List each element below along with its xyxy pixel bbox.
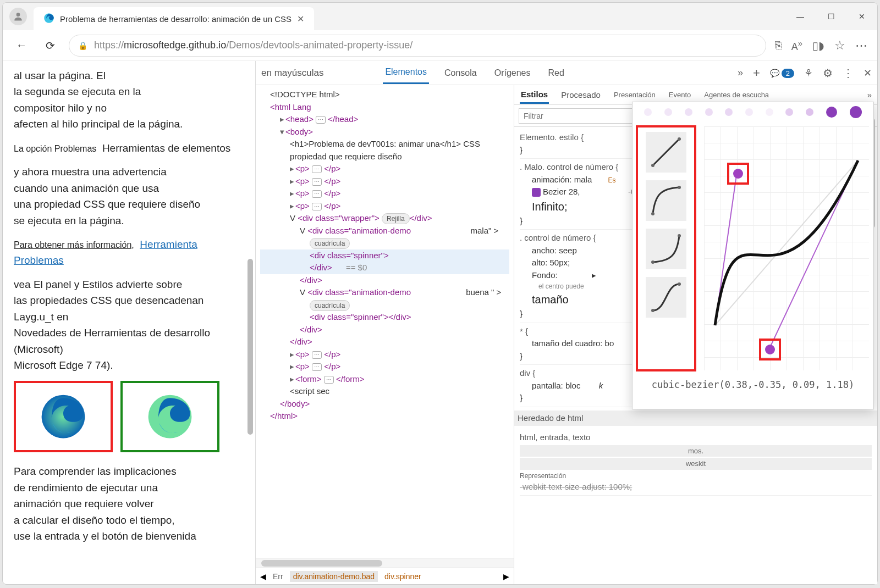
window-controls: — ☐ ✕ [785,3,877,30]
styles-panel: Estilos Procesado Presentación Evento Ag… [514,85,877,584]
settings-icon[interactable]: ⚙ [823,66,833,80]
tab-close-icon[interactable]: ✕ [297,14,304,24]
svg-point-9 [678,234,681,237]
close-devtools-icon[interactable]: ✕ [864,67,872,79]
svg-point-0 [16,13,20,16]
dom-horizontal-scrollbar[interactable] [256,558,514,568]
reload-button[interactable]: ⟳ [40,36,60,56]
edge-icon [43,13,54,25]
close-button[interactable]: ✕ [846,3,877,30]
crumb-spinner[interactable]: div.spinner [381,571,425,582]
more-icon[interactable]: ⋯ [855,38,868,53]
inherited-from: Heredado de html [514,411,877,426]
rule-html: html, entrada, texto mos. weskit Represe… [520,429,872,496]
preset-ease-in-out[interactable] [646,277,686,318]
page-content: al usar la página. El la segunda se ejec… [3,61,256,584]
svg-line-12 [715,160,858,325]
svg-point-11 [678,282,681,286]
reader-icon[interactable]: ▯◗ [812,39,824,52]
devtools-tabs: en mayúsculas Elementos Consola Orígenes… [256,61,877,85]
minimize-button[interactable]: — [785,3,816,30]
bezier-presets [636,125,696,371]
logo-good [120,381,219,452]
crumb-err[interactable]: Err [270,571,287,582]
svg-point-8 [651,260,654,264]
subtab-layout[interactable]: Presentación [613,87,657,102]
paragraph: Para comprender las implicaciones de ren… [14,463,244,544]
preset-linear[interactable] [646,132,686,173]
address-bar: ← ⟳ 🔒 https://microsoftedge.github.io/De… [3,30,877,61]
selected-dom-node: <div class="spinner"> [260,249,509,262]
tab-console[interactable]: Consola [442,63,479,84]
subtab-events[interactable]: Evento [668,87,692,102]
maximize-button[interactable]: ☐ [816,3,846,30]
bezier-preview-dots [632,102,873,122]
titlebar: Problema de herramientas de desarrollo: … [3,3,877,30]
bezier-curve-editor[interactable] [704,126,869,370]
preset-ease-out[interactable] [646,180,686,221]
paragraph: y ahora muestra una advertencia cuando u… [14,164,244,229]
new-tab-icon[interactable]: + [753,66,760,80]
tab-sources[interactable]: Orígenes [492,63,533,84]
browser-tab[interactable]: Problema de herramientas de desarrollo: … [34,7,314,30]
address-actions: ⎘ A» ▯◗ ☆ ⋯ [775,38,868,53]
content-area: al usar la página. El la segunda se ejec… [3,61,877,584]
back-button[interactable]: ← [12,36,31,56]
issues-button[interactable]: 💬 2 [770,69,794,77]
paragraph: vea El panel y Estilos advierte sobre la… [14,276,244,374]
lock-icon: 🔒 [78,41,87,50]
paragraph: al usar la página. El la segunda se ejec… [14,68,244,132]
toolbar-label: en mayúsculas [261,68,323,79]
feedback-icon[interactable]: ⚘ [804,67,813,79]
bezier-icon[interactable] [532,188,541,197]
logo-row [14,381,244,452]
devtools-panel: en mayúsculas Elementos Consola Orígenes… [256,61,877,584]
tab-elements[interactable]: Elementos [383,62,429,84]
crumb-bad[interactable]: div.animation-demo.bad [290,571,378,582]
bezier-editor: cubic-bezier(0.38,-0.35, 0.09, 1.18) [632,102,874,409]
crumb-prev-icon[interactable]: ◀ [260,572,266,581]
page-scrollbar[interactable] [246,61,254,584]
paragraph: Para obtener más información, Herramient… [14,236,244,269]
devtools-body: <!DOCTYPE html> <html Lang ▸<head> ⋯ </h… [256,85,877,584]
favorite-icon[interactable]: ☆ [834,38,845,53]
preset-ease-in[interactable] [646,229,686,269]
svg-point-4 [651,164,654,167]
subtab-listeners[interactable]: Agentes de escucha [703,87,770,102]
read-aloud-icon[interactable]: A» [791,38,802,53]
browser-window: Problema de herramientas de desarrollo: … [2,2,878,585]
tab-title: Problema de herramientas de desarrollo: … [60,14,292,24]
url-text: https://microsoftedge.github.io/Demos/de… [94,40,413,51]
svg-point-10 [651,309,654,312]
subtab-styles[interactable]: Estilos [520,86,549,104]
more-subtabs-icon[interactable]: » [867,90,872,99]
logo-bad [14,381,113,452]
app-icon[interactable]: ⎘ [775,39,782,52]
bezier-handle-1[interactable] [727,163,749,185]
breadcrumb: ◀ Err div.animation-demo.bad div.spinner… [256,568,514,584]
svg-point-6 [651,212,654,215]
svg-point-7 [678,186,681,189]
more-tabs-icon[interactable]: » [738,67,743,79]
bezier-value: cubic-bezier(0.38,-0.35, 0.09, 1.18) [632,375,873,395]
bezier-handle-2[interactable] [759,339,781,360]
url-field[interactable]: 🔒 https://microsoftedge.github.io/Demos/… [69,35,766,57]
tab-network[interactable]: Red [546,63,566,84]
profile-avatar[interactable] [9,8,27,25]
dom-tree[interactable]: <!DOCTYPE html> <html Lang ▸<head> ⋯ </h… [256,85,514,558]
dom-panel: <!DOCTYPE html> <html Lang ▸<head> ⋯ </h… [256,85,514,584]
crumb-next-icon[interactable]: ▶ [503,572,509,581]
subtab-computed[interactable]: Procesado [560,87,602,103]
svg-point-5 [678,137,681,141]
paragraph: La opción Problemas Herramientas de elem… [14,140,244,156]
kebab-icon[interactable]: ⋮ [843,66,854,80]
